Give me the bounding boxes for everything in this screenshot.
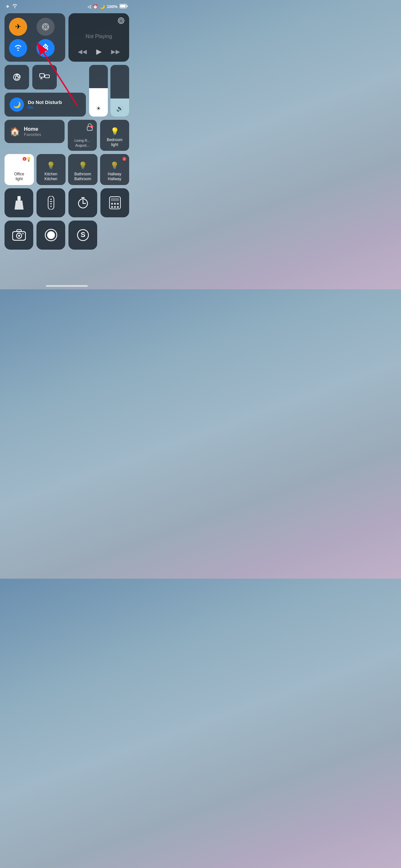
connectivity-tile: ✈ [4,13,65,62]
svg-point-49 [18,235,20,237]
svg-rect-16 [45,75,50,78]
home-favorites-tile[interactable]: 🏠 Home Favorites [4,120,65,143]
airplay-button[interactable] [118,17,125,26]
bathroom-tile[interactable]: 💡 BathroomBathroom [68,154,97,185]
home-text: Home Favorites [24,126,41,137]
control-center: ✈ [0,11,134,252]
timer-tile[interactable] [68,188,97,217]
status-bar: ✈ ◁ ⏰ 🌙 100% [0,0,134,11]
svg-rect-26 [18,196,21,200]
bedroom-light-label: Bedroomlight [107,137,123,148]
svg-point-5 [45,26,46,27]
light-tiles-row: 💡 ! Officelight 💡 KitchenKitchen 💡 Bathr… [4,154,129,185]
row-controls: 🌙 Do Not Disturb On ☀ 🔊 [4,65,129,117]
battery-icon [120,4,128,9]
media-title: Not Playing [73,34,125,39]
battery-percentage: 100% [107,4,118,9]
svg-point-43 [117,203,119,205]
calculator-tile[interactable] [100,188,129,217]
svg-text:!: ! [91,126,92,128]
svg-rect-14 [16,76,18,79]
svg-rect-15 [40,73,44,77]
status-right: ◁ ⏰ 🌙 100% [88,4,128,9]
svg-rect-2 [127,5,128,7]
shazam-tile[interactable]: S [68,221,97,250]
remote-tile[interactable] [36,188,65,217]
volume-icon: 🔊 [116,105,123,112]
camera-tile[interactable] [4,221,33,250]
svg-text:!: ! [24,158,25,161]
media-prev-button[interactable]: ◀◀ [78,48,87,55]
dnd-title: Do Not Disturb [28,99,62,105]
volume-slider[interactable]: 🔊 [111,65,129,117]
living-room-lock-icon: ! [85,122,94,132]
svg-point-44 [111,206,113,208]
living-room-tile[interactable]: ! Living R...August... [68,120,97,151]
office-light-label: Officelight [14,172,24,182]
kitchen-tile[interactable]: 💡 KitchenKitchen [36,154,66,185]
media-tile: Not Playing ◀◀ ▶ ▶▶ [68,13,129,62]
dnd-status: On [28,105,62,110]
hallway-icon: 💡 [110,161,119,170]
kitchen-label: KitchenKitchen [44,172,58,182]
office-light-red-badge: ! [22,157,27,162]
dnd-text: Do Not Disturb On [28,99,62,110]
svg-point-32 [50,203,52,205]
svg-rect-40 [111,198,119,201]
bedroom-light-tile[interactable]: 💡 Bedroomlight [100,120,129,151]
hallway-red-badge: ! [122,157,127,162]
svg-rect-31 [50,201,52,202]
app-row-1 [4,188,129,217]
flashlight-tile[interactable] [4,188,33,217]
svg-rect-29 [48,196,54,210]
living-room-label: Living R...August... [74,138,90,148]
sliders-pair: ☀ 🔊 [89,65,129,117]
svg-point-28 [17,207,22,209]
svg-point-30 [50,198,52,200]
home-title: Home [24,126,41,132]
wifi-status-icon [12,4,18,9]
location-icon: ◁ [88,4,91,9]
airplane-mode-icon: ✈ [6,4,9,9]
app-row-2: S [4,221,129,250]
home-subtitle: Favorites [24,132,41,137]
kitchen-icon: 💡 [47,161,55,170]
brightness-slider[interactable]: ☀ [89,65,108,117]
svg-point-41 [111,203,113,205]
cellular-button[interactable] [36,18,55,36]
rotation-lock-button[interactable] [4,65,29,89]
media-top [73,17,125,26]
row-connectivity-media: ✈ [4,13,129,62]
media-controls: ◀◀ ▶ ▶▶ [73,45,125,58]
media-next-button[interactable]: ▶▶ [111,48,120,55]
home-indicator[interactable] [46,285,88,287]
svg-point-33 [50,206,52,207]
media-play-button[interactable]: ▶ [96,48,102,56]
wifi-button[interactable] [9,39,27,57]
bluetooth-button[interactable] [36,39,55,57]
screen-record-tile[interactable] [36,221,65,250]
moon-icon: 🌙 [100,4,105,9]
svg-point-42 [114,203,116,205]
home-icon: 🏠 [10,127,20,136]
brightness-fill [89,88,108,117]
hallway-label: HallwayHallway [108,172,121,182]
svg-point-46 [117,206,119,208]
airplane-mode-button[interactable]: ✈ [9,18,27,36]
bedroom-light-icon: 💡 [111,127,119,135]
svg-point-45 [114,206,116,208]
bathroom-label: BathroomBathroom [74,172,91,182]
brightness-icon: ☀ [96,105,101,112]
alarm-icon: ⏰ [93,4,98,9]
screen-mirror-button[interactable] [32,65,57,89]
svg-point-12 [121,20,122,21]
svg-point-51 [22,233,24,235]
row-home: 🏠 Home Favorites ! Living R...August... … [4,120,129,151]
dnd-icon: 🌙 [10,97,24,112]
office-light-tile[interactable]: 💡 ! Officelight [4,154,34,185]
svg-text:S: S [81,230,85,239]
bathroom-icon: 💡 [79,161,87,170]
svg-text:!: ! [124,158,125,161]
hallway-tile[interactable]: ! 💡 HallwayHallway [100,154,129,185]
dnd-tile[interactable]: 🌙 Do Not Disturb On [4,93,86,117]
